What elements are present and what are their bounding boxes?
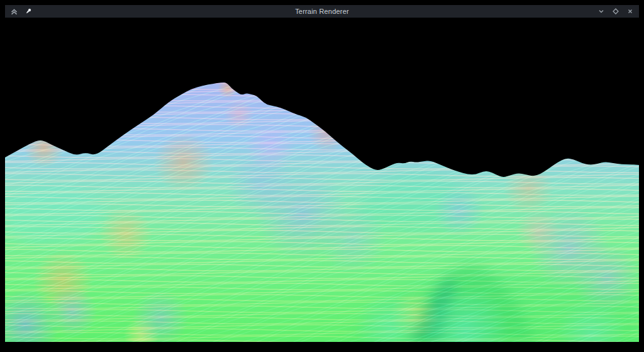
- titlebar-right-buttons: [592, 7, 639, 16]
- diamond-icon[interactable]: [611, 7, 620, 16]
- titlebar[interactable]: Terrain Renderer: [5, 5, 639, 18]
- close-icon[interactable]: [626, 7, 635, 16]
- titlebar-left-buttons: [5, 7, 37, 16]
- chevron-down-icon[interactable]: [597, 7, 606, 16]
- window-title: Terrain Renderer: [5, 5, 639, 18]
- pin-icon[interactable]: [24, 7, 33, 16]
- terrain-canvas[interactable]: [5, 18, 639, 342]
- shade-icon[interactable]: [9, 7, 18, 16]
- app-window: Terrain Renderer: [0, 0, 644, 352]
- render-viewport: [5, 18, 639, 342]
